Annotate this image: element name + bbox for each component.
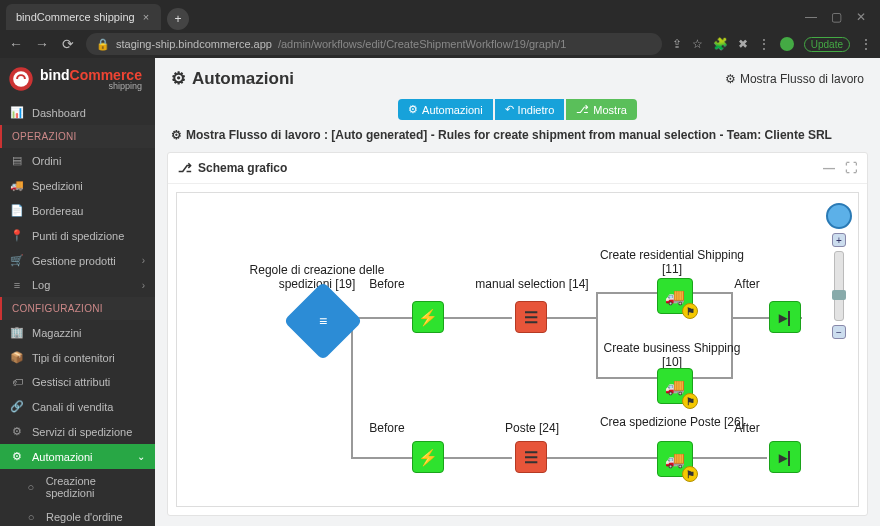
collapse-icon[interactable]: — — [823, 161, 835, 175]
sidebar-subitem-creazione-spedizioni[interactable]: ○Creazione spedizioni — [0, 469, 155, 505]
dot-icon: ○ — [24, 481, 38, 493]
url-path: /admin/workflows/edit/CreateShipmentWork… — [278, 38, 566, 50]
brand-logo[interactable]: bindCommerceshipping — [0, 58, 155, 100]
extension-icon[interactable]: 🧩 — [713, 37, 728, 51]
nav-forward-icon[interactable]: → — [34, 36, 50, 52]
flow-icon: ⎇ — [178, 161, 192, 175]
update-button[interactable]: Update — [804, 37, 850, 52]
expand-icon[interactable]: ⛶ — [845, 161, 857, 175]
service-icon: ⚙ — [10, 425, 24, 438]
orders-icon: ▤ — [10, 154, 24, 167]
star-icon[interactable]: ☆ — [692, 37, 703, 51]
pill-indietro[interactable]: ↶Indietro — [495, 99, 565, 120]
node-start[interactable]: ≡ — [295, 293, 351, 349]
close-tab-icon[interactable]: × — [143, 11, 149, 23]
node-manual-selection[interactable]: ☰ — [515, 301, 547, 333]
browser-tab[interactable]: bindCommerce shipping × — [6, 4, 161, 30]
window-controls: — ▢ ✕ — [805, 10, 874, 24]
node-create-business[interactable]: 🚚⚑ — [657, 368, 693, 404]
sidebar-item-canali-vendita[interactable]: 🔗Canali di vendita — [0, 394, 155, 419]
window-minimize-icon[interactable]: — — [805, 10, 817, 24]
node-poste[interactable]: ☰ — [515, 441, 547, 473]
flow-icon: ⎇ — [576, 103, 589, 116]
node-create-residential[interactable]: 🚚⚑ — [657, 278, 693, 314]
document-icon: 📄 — [10, 204, 24, 217]
url-host: staging-ship.bindcommerce.app — [116, 38, 272, 50]
gear-icon: ⚙ — [408, 103, 418, 116]
minimap-controls: + − — [826, 203, 852, 339]
sidebar-item-magazzini[interactable]: 🏢Magazzini — [0, 320, 155, 345]
node-crea-poste[interactable]: 🚚⚑ — [657, 441, 693, 477]
node-label-before-2: Before — [347, 421, 427, 435]
node-before-1[interactable]: ⚡ — [412, 301, 444, 333]
sidebar-item-bordereau[interactable]: 📄Bordereau — [0, 198, 155, 223]
node-label-after: After — [707, 277, 787, 291]
profile-avatar[interactable] — [780, 37, 794, 51]
end-icon: ▸| — [779, 308, 791, 327]
list-icon: ≡ — [10, 279, 24, 291]
sidebar-item-dashboard[interactable]: 📊Dashboard — [0, 100, 155, 125]
pill-automazioni[interactable]: ⚙Automazioni — [398, 99, 493, 120]
pill-mostra[interactable]: ⎇Mostra — [566, 99, 637, 120]
truck-icon: 🚚 — [10, 179, 24, 192]
node-label-create-res: Create residential Shipping [11] — [592, 248, 752, 276]
sidebar-item-gestione-prodotti[interactable]: 🛒Gestione prodotti› — [0, 248, 155, 273]
bolt-icon: ⚡ — [418, 448, 438, 467]
gear-icon: ⚙ — [725, 72, 736, 86]
schema-card: ⎇ Schema grafico — ⛶ — [167, 152, 868, 516]
sidebar-item-log[interactable]: ≡Log› — [0, 273, 155, 297]
sidebar-item-ordini[interactable]: ▤Ordini — [0, 148, 155, 173]
zoom-handle[interactable] — [832, 290, 846, 300]
sidebar-item-gestisci-attributi[interactable]: 🏷Gestisci attributi — [0, 370, 155, 394]
extension-icon[interactable]: ✖ — [738, 37, 748, 51]
sidebar-section-configurazioni: CONFIGURAZIONI — [0, 297, 155, 320]
diagram-canvas[interactable]: Regole di creazione delle spedizioni [19… — [176, 192, 859, 507]
main-content: ⚙Automazioni ⚙Mostra Flusso di lavoro ⚙A… — [155, 58, 880, 526]
node-after-1[interactable]: ▸| — [769, 301, 801, 333]
nav-back-icon[interactable]: ← — [8, 36, 24, 52]
pin-icon: 📍 — [10, 229, 24, 242]
gear-icon: ⚙ — [171, 128, 182, 142]
node-label-after-2: After — [707, 421, 787, 435]
card-title: Schema grafico — [198, 161, 287, 175]
browser-menu-icon[interactable]: ⋮ — [860, 37, 872, 51]
browser-tab-title: bindCommerce shipping — [16, 11, 135, 23]
chevron-right-icon: › — [142, 255, 145, 266]
zoom-out-button[interactable]: − — [832, 325, 846, 339]
nav-reload-icon[interactable]: ⟳ — [60, 36, 76, 52]
sidebar-item-spedizioni[interactable]: 🚚Spedizioni — [0, 173, 155, 198]
page-title: ⚙Automazioni — [171, 68, 294, 89]
sidebar-item-punti[interactable]: 📍Punti di spedizione — [0, 223, 155, 248]
show-flow-link[interactable]: ⚙Mostra Flusso di lavoro — [725, 72, 864, 86]
sidebar-item-tipi-contenitori[interactable]: 📦Tipi di contenitori — [0, 345, 155, 370]
page-subtitle: ⚙Mostra Flusso di lavoro : [Auto generat… — [155, 128, 880, 152]
dashboard-icon: 📊 — [10, 106, 24, 119]
node-label-create-bus: Create business Shipping [10] — [592, 341, 752, 369]
sidebar-item-servizi-spedizione[interactable]: ⚙Servizi di spedizione — [0, 419, 155, 444]
globe-icon[interactable] — [826, 203, 852, 229]
zoom-in-button[interactable]: + — [832, 233, 846, 247]
badge-icon: ⚑ — [682, 466, 698, 482]
filter-icon: ☰ — [524, 448, 538, 467]
window-close-icon[interactable]: ✕ — [856, 10, 866, 24]
zoom-slider[interactable] — [834, 251, 844, 321]
tags-icon: 🏷 — [10, 376, 24, 388]
sidebar-subitem-regole-ordine[interactable]: ○Regole d'ordine — [0, 505, 155, 526]
truck-icon: 🚚 — [665, 377, 685, 396]
warehouse-icon: 🏢 — [10, 326, 24, 339]
share-icon[interactable]: ⇪ — [672, 37, 682, 51]
channels-icon: 🔗 — [10, 400, 24, 413]
node-label-poste: Poste [24] — [452, 421, 612, 435]
new-tab-button[interactable]: + — [167, 8, 189, 30]
badge-icon: ⚑ — [682, 303, 698, 319]
address-bar[interactable]: 🔒 staging-ship.bindcommerce.app/admin/wo… — [86, 33, 662, 55]
chevron-down-icon: ⌄ — [137, 451, 145, 462]
extensions-menu-icon[interactable]: ⋮ — [758, 37, 770, 51]
undo-icon: ↶ — [505, 103, 514, 116]
node-after-2[interactable]: ▸| — [769, 441, 801, 473]
sidebar-section-operazioni: OPERAZIONI — [0, 125, 155, 148]
node-before-2[interactable]: ⚡ — [412, 441, 444, 473]
sidebar-item-automazioni[interactable]: ⚙Automazioni⌄ — [0, 444, 155, 469]
node-label-manual: manual selection [14] — [452, 277, 612, 291]
window-maximize-icon[interactable]: ▢ — [831, 10, 842, 24]
